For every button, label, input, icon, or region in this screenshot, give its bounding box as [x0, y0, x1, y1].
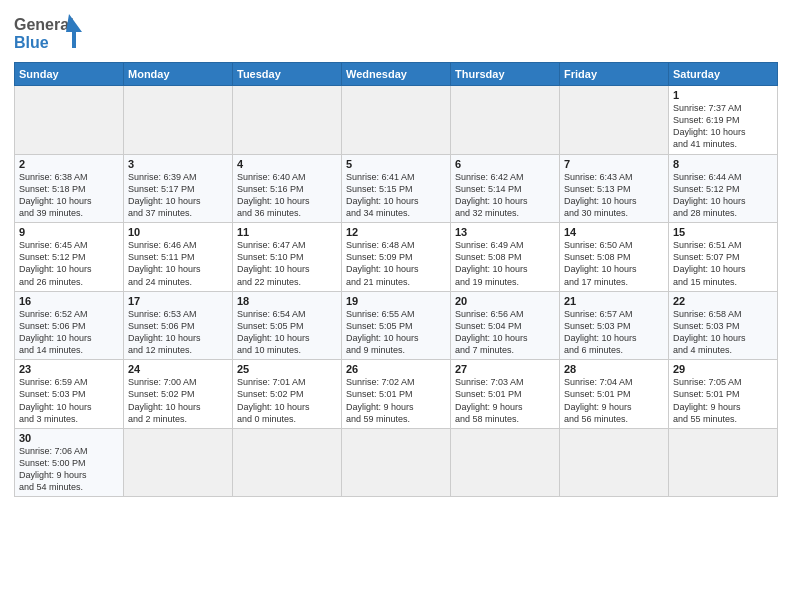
calendar-cell: 16Sunrise: 6:52 AMSunset: 5:06 PMDayligh…	[15, 291, 124, 360]
week-row-4: 23Sunrise: 6:59 AMSunset: 5:03 PMDayligh…	[15, 360, 778, 429]
day-info: Sunrise: 6:42 AMSunset: 5:14 PMDaylight:…	[455, 171, 555, 220]
day-info: Sunrise: 6:55 AMSunset: 5:05 PMDaylight:…	[346, 308, 446, 357]
day-number: 21	[564, 295, 664, 307]
week-row-1: 2Sunrise: 6:38 AMSunset: 5:18 PMDaylight…	[15, 154, 778, 223]
day-number: 22	[673, 295, 773, 307]
logo-icon: GeneralBlue	[14, 12, 84, 54]
day-number: 25	[237, 363, 337, 375]
calendar-cell: 10Sunrise: 6:46 AMSunset: 5:11 PMDayligh…	[124, 223, 233, 292]
day-info: Sunrise: 7:06 AMSunset: 5:00 PMDaylight:…	[19, 445, 119, 494]
calendar-cell: 18Sunrise: 6:54 AMSunset: 5:05 PMDayligh…	[233, 291, 342, 360]
calendar-cell	[124, 86, 233, 155]
day-info: Sunrise: 7:00 AMSunset: 5:02 PMDaylight:…	[128, 376, 228, 425]
day-number: 24	[128, 363, 228, 375]
day-number: 3	[128, 158, 228, 170]
calendar-cell: 5Sunrise: 6:41 AMSunset: 5:15 PMDaylight…	[342, 154, 451, 223]
calendar-cell: 17Sunrise: 6:53 AMSunset: 5:06 PMDayligh…	[124, 291, 233, 360]
day-header-tuesday: Tuesday	[233, 63, 342, 86]
day-number: 7	[564, 158, 664, 170]
day-number: 15	[673, 226, 773, 238]
day-number: 13	[455, 226, 555, 238]
day-info: Sunrise: 6:48 AMSunset: 5:09 PMDaylight:…	[346, 239, 446, 288]
calendar-cell: 21Sunrise: 6:57 AMSunset: 5:03 PMDayligh…	[560, 291, 669, 360]
day-number: 23	[19, 363, 119, 375]
logo: GeneralBlue	[14, 12, 84, 54]
day-info: Sunrise: 6:47 AMSunset: 5:10 PMDaylight:…	[237, 239, 337, 288]
day-number: 16	[19, 295, 119, 307]
calendar-cell: 22Sunrise: 6:58 AMSunset: 5:03 PMDayligh…	[669, 291, 778, 360]
calendar-cell: 28Sunrise: 7:04 AMSunset: 5:01 PMDayligh…	[560, 360, 669, 429]
day-number: 29	[673, 363, 773, 375]
day-number: 20	[455, 295, 555, 307]
day-info: Sunrise: 7:03 AMSunset: 5:01 PMDaylight:…	[455, 376, 555, 425]
calendar-cell: 8Sunrise: 6:44 AMSunset: 5:12 PMDaylight…	[669, 154, 778, 223]
day-number: 30	[19, 432, 119, 444]
day-info: Sunrise: 6:54 AMSunset: 5:05 PMDaylight:…	[237, 308, 337, 357]
calendar-cell	[560, 86, 669, 155]
day-info: Sunrise: 7:01 AMSunset: 5:02 PMDaylight:…	[237, 376, 337, 425]
calendar-cell: 1Sunrise: 7:37 AMSunset: 6:19 PMDaylight…	[669, 86, 778, 155]
day-info: Sunrise: 6:45 AMSunset: 5:12 PMDaylight:…	[19, 239, 119, 288]
day-number: 8	[673, 158, 773, 170]
calendar-cell: 9Sunrise: 6:45 AMSunset: 5:12 PMDaylight…	[15, 223, 124, 292]
calendar-cell: 29Sunrise: 7:05 AMSunset: 5:01 PMDayligh…	[669, 360, 778, 429]
calendar-cell: 20Sunrise: 6:56 AMSunset: 5:04 PMDayligh…	[451, 291, 560, 360]
day-number: 6	[455, 158, 555, 170]
day-number: 18	[237, 295, 337, 307]
day-header-monday: Monday	[124, 63, 233, 86]
day-number: 12	[346, 226, 446, 238]
day-info: Sunrise: 6:39 AMSunset: 5:17 PMDaylight:…	[128, 171, 228, 220]
calendar-cell: 3Sunrise: 6:39 AMSunset: 5:17 PMDaylight…	[124, 154, 233, 223]
calendar: SundayMondayTuesdayWednesdayThursdayFrid…	[14, 62, 778, 497]
day-info: Sunrise: 6:56 AMSunset: 5:04 PMDaylight:…	[455, 308, 555, 357]
calendar-cell: 2Sunrise: 6:38 AMSunset: 5:18 PMDaylight…	[15, 154, 124, 223]
day-header-sunday: Sunday	[15, 63, 124, 86]
week-row-3: 16Sunrise: 6:52 AMSunset: 5:06 PMDayligh…	[15, 291, 778, 360]
calendar-cell: 30Sunrise: 7:06 AMSunset: 5:00 PMDayligh…	[15, 428, 124, 497]
day-header-wednesday: Wednesday	[342, 63, 451, 86]
calendar-cell	[560, 428, 669, 497]
day-info: Sunrise: 6:50 AMSunset: 5:08 PMDaylight:…	[564, 239, 664, 288]
calendar-cell: 25Sunrise: 7:01 AMSunset: 5:02 PMDayligh…	[233, 360, 342, 429]
day-number: 17	[128, 295, 228, 307]
day-info: Sunrise: 6:51 AMSunset: 5:07 PMDaylight:…	[673, 239, 773, 288]
svg-marker-2	[66, 14, 82, 48]
day-info: Sunrise: 6:59 AMSunset: 5:03 PMDaylight:…	[19, 376, 119, 425]
day-number: 9	[19, 226, 119, 238]
calendar-cell: 12Sunrise: 6:48 AMSunset: 5:09 PMDayligh…	[342, 223, 451, 292]
calendar-cell	[451, 86, 560, 155]
day-info: Sunrise: 6:57 AMSunset: 5:03 PMDaylight:…	[564, 308, 664, 357]
day-info: Sunrise: 6:58 AMSunset: 5:03 PMDaylight:…	[673, 308, 773, 357]
day-number: 5	[346, 158, 446, 170]
day-info: Sunrise: 6:52 AMSunset: 5:06 PMDaylight:…	[19, 308, 119, 357]
calendar-cell	[342, 428, 451, 497]
calendar-cell	[342, 86, 451, 155]
day-info: Sunrise: 6:41 AMSunset: 5:15 PMDaylight:…	[346, 171, 446, 220]
day-number: 28	[564, 363, 664, 375]
day-info: Sunrise: 6:49 AMSunset: 5:08 PMDaylight:…	[455, 239, 555, 288]
day-number: 2	[19, 158, 119, 170]
day-info: Sunrise: 6:43 AMSunset: 5:13 PMDaylight:…	[564, 171, 664, 220]
day-info: Sunrise: 6:53 AMSunset: 5:06 PMDaylight:…	[128, 308, 228, 357]
calendar-cell: 7Sunrise: 6:43 AMSunset: 5:13 PMDaylight…	[560, 154, 669, 223]
day-info: Sunrise: 6:40 AMSunset: 5:16 PMDaylight:…	[237, 171, 337, 220]
calendar-cell: 27Sunrise: 7:03 AMSunset: 5:01 PMDayligh…	[451, 360, 560, 429]
day-number: 4	[237, 158, 337, 170]
svg-text:General: General	[14, 16, 74, 33]
day-info: Sunrise: 7:05 AMSunset: 5:01 PMDaylight:…	[673, 376, 773, 425]
calendar-cell: 23Sunrise: 6:59 AMSunset: 5:03 PMDayligh…	[15, 360, 124, 429]
calendar-cell	[451, 428, 560, 497]
day-number: 27	[455, 363, 555, 375]
week-row-5: 30Sunrise: 7:06 AMSunset: 5:00 PMDayligh…	[15, 428, 778, 497]
day-number: 19	[346, 295, 446, 307]
day-header-saturday: Saturday	[669, 63, 778, 86]
day-info: Sunrise: 6:46 AMSunset: 5:11 PMDaylight:…	[128, 239, 228, 288]
header: GeneralBlue	[14, 12, 778, 54]
calendar-cell	[233, 86, 342, 155]
day-info: Sunrise: 7:04 AMSunset: 5:01 PMDaylight:…	[564, 376, 664, 425]
calendar-cell: 24Sunrise: 7:00 AMSunset: 5:02 PMDayligh…	[124, 360, 233, 429]
day-info: Sunrise: 6:44 AMSunset: 5:12 PMDaylight:…	[673, 171, 773, 220]
day-header-friday: Friday	[560, 63, 669, 86]
day-number: 1	[673, 89, 773, 101]
day-number: 10	[128, 226, 228, 238]
